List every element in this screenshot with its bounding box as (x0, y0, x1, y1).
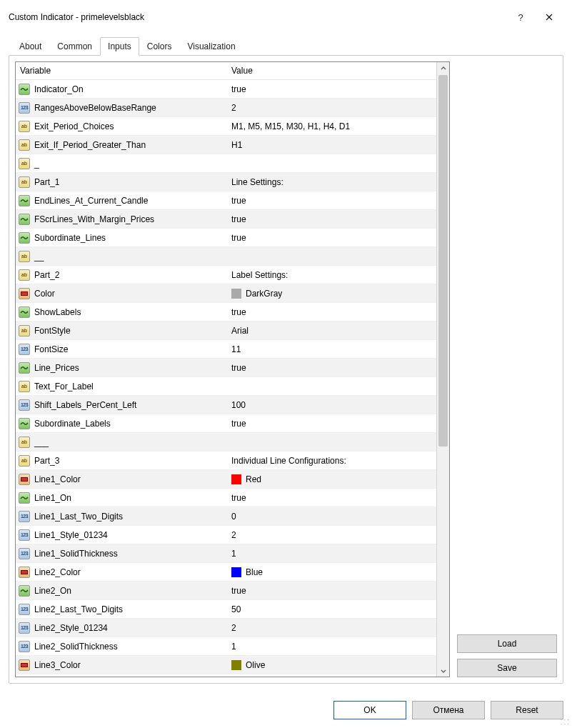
property-value-cell[interactable]: true (227, 214, 436, 224)
resize-grip[interactable]: ······ (561, 718, 571, 727)
property-row[interactable]: 123FontSize11 (16, 340, 436, 359)
property-value-cell[interactable]: true (227, 84, 436, 94)
property-value: true (231, 419, 246, 429)
help-button[interactable]: ? (506, 7, 535, 27)
property-row[interactable]: Line3_ColorOlive (16, 656, 436, 674)
property-value-cell[interactable]: true (227, 196, 436, 206)
property-name: Line2_Last_Two_Digits (34, 604, 123, 614)
property-row[interactable]: ab___ (16, 433, 436, 452)
property-row[interactable]: EndLines_At_Current_Candletrue (16, 191, 436, 210)
property-row[interactable]: abFontStyleArial (16, 321, 436, 340)
property-row[interactable]: 123Line2_Style_012342 (16, 619, 436, 637)
save-button[interactable]: Save (457, 659, 557, 677)
scroll-up-button[interactable] (437, 62, 449, 74)
property-value-cell[interactable]: true (227, 493, 436, 503)
cancel-button[interactable]: Отмена (412, 701, 485, 719)
property-value-cell[interactable]: true (227, 307, 436, 317)
property-value-cell[interactable]: M1, M5, M15, M30, H1, H4, D1 (227, 121, 436, 131)
property-value-cell[interactable]: Olive (227, 660, 436, 670)
property-row[interactable]: Line1_ColorRed (16, 470, 436, 489)
property-name: _ (34, 159, 39, 169)
clr-type-icon (19, 474, 30, 485)
property-row[interactable]: abPart_3Individual Line Configurations: (16, 452, 436, 470)
property-name-cell: ShowLabels (16, 306, 227, 318)
close-button[interactable] (535, 7, 563, 27)
property-row[interactable]: abExit_Period_ChoicesM1, M5, M15, M30, H… (16, 117, 436, 136)
property-row[interactable]: 123Line1_SolidThickness1 (16, 544, 436, 563)
scroll-thumb[interactable] (438, 75, 448, 447)
column-header-variable[interactable]: Variable (16, 66, 227, 76)
tab-about[interactable]: About (11, 37, 49, 56)
property-name-cell: Indicator_On (16, 84, 227, 95)
property-value-cell[interactable]: true (227, 419, 436, 429)
property-name-cell: 123Line2_Style_01234 (16, 622, 227, 634)
property-row[interactable]: 123RangesAboveBelowBaseRange2 (16, 99, 436, 117)
property-row[interactable]: 123Line1_Style_012342 (16, 526, 436, 544)
property-value-cell[interactable]: 50 (227, 604, 436, 614)
property-row[interactable]: Subordinate_Labelstrue (16, 414, 436, 433)
property-value-cell[interactable]: Line Settings: (227, 177, 436, 187)
property-row[interactable]: 123Line2_Last_Two_Digits50 (16, 600, 436, 619)
column-header-value[interactable]: Value (227, 66, 436, 76)
property-value-cell[interactable]: 2 (227, 103, 436, 113)
property-row[interactable]: 123Shift_Labels_PerCent_Left100 (16, 396, 436, 414)
vertical-scrollbar[interactable] (436, 62, 449, 677)
scroll-down-button[interactable] (437, 664, 449, 677)
property-name-cell: Line_Prices (16, 362, 227, 374)
property-value-cell[interactable]: Blue (227, 567, 436, 577)
property-row[interactable]: 123Line2_SolidThickness1 (16, 637, 436, 656)
property-value-cell[interactable]: true (227, 233, 436, 243)
property-row[interactable]: Subordinate_Linestrue (16, 229, 436, 247)
property-value-cell[interactable]: 100 (227, 400, 436, 410)
property-value-cell[interactable]: 2 (227, 530, 436, 540)
property-value: true (231, 586, 246, 596)
ok-button[interactable]: OK (333, 701, 406, 719)
property-value-cell[interactable]: Individual Line Configurations: (227, 456, 436, 466)
property-row[interactable]: abPart_2Label Settings: (16, 266, 436, 284)
property-value-cell[interactable]: Arial (227, 326, 436, 336)
property-value-cell[interactable]: 0 (227, 512, 436, 522)
property-value-cell[interactable]: Red (227, 474, 436, 484)
property-row[interactable]: 123Line1_Last_Two_Digits0 (16, 507, 436, 526)
property-value: true (231, 233, 246, 243)
property-row[interactable]: ShowLabelstrue (16, 303, 436, 321)
property-name-cell: 123Line2_Last_Two_Digits (16, 604, 227, 615)
str-type-icon: ab (19, 455, 30, 467)
tab-panel: Variable Value Indicator_Ontrue123Ranges… (9, 55, 563, 684)
property-row[interactable]: FScrLines_With_Margin_Pricestrue (16, 210, 436, 229)
num-type-icon: 123 (19, 399, 30, 411)
property-row[interactable]: Indicator_Ontrue (16, 80, 436, 99)
property-row[interactable]: abExit_If_Period_Greater_ThanH1 (16, 136, 436, 154)
property-row[interactable]: ColorDarkGray (16, 284, 436, 303)
property-row[interactable]: Line_Pricestrue (16, 359, 436, 377)
property-row[interactable]: abPart_1Line Settings: (16, 173, 436, 191)
property-value-cell[interactable]: true (227, 586, 436, 596)
property-value-cell[interactable]: 1 (227, 642, 436, 652)
num-type-icon: 123 (19, 344, 30, 355)
property-value-cell[interactable]: 2 (227, 623, 436, 633)
property-row[interactable]: ab__ (16, 247, 436, 266)
tab-colors[interactable]: Colors (139, 37, 180, 56)
property-name-cell: abExit_Period_Choices (16, 121, 227, 132)
property-value: M1, M5, M15, M30, H1, H4, D1 (231, 121, 350, 131)
property-value-cell[interactable]: 1 (227, 549, 436, 559)
tab-strip: AboutCommonInputsColorsVisualization (9, 37, 563, 56)
property-value-cell[interactable]: DarkGray (227, 289, 436, 299)
property-row[interactable]: Line2_Ontrue (16, 582, 436, 600)
property-row[interactable]: abText_For_Label (16, 377, 436, 396)
property-value-cell[interactable]: Label Settings: (227, 270, 436, 280)
property-value-cell[interactable]: H1 (227, 140, 436, 150)
property-value-cell[interactable]: 11 (227, 344, 436, 354)
property-row[interactable]: ab_ (16, 154, 436, 173)
load-button[interactable]: Load (457, 634, 557, 653)
reset-button[interactable]: Reset (491, 701, 563, 719)
tab-visualization[interactable]: Visualization (179, 37, 243, 56)
property-row[interactable]: Line3_Ontrue (16, 674, 436, 677)
property-name: Text_For_Label (34, 382, 94, 392)
num-type-icon: 123 (19, 622, 30, 634)
property-row[interactable]: Line2_ColorBlue (16, 563, 436, 582)
tab-inputs[interactable]: Inputs (100, 37, 139, 56)
tab-common[interactable]: Common (49, 37, 100, 56)
property-row[interactable]: Line1_Ontrue (16, 489, 436, 507)
property-value-cell[interactable]: true (227, 363, 436, 373)
